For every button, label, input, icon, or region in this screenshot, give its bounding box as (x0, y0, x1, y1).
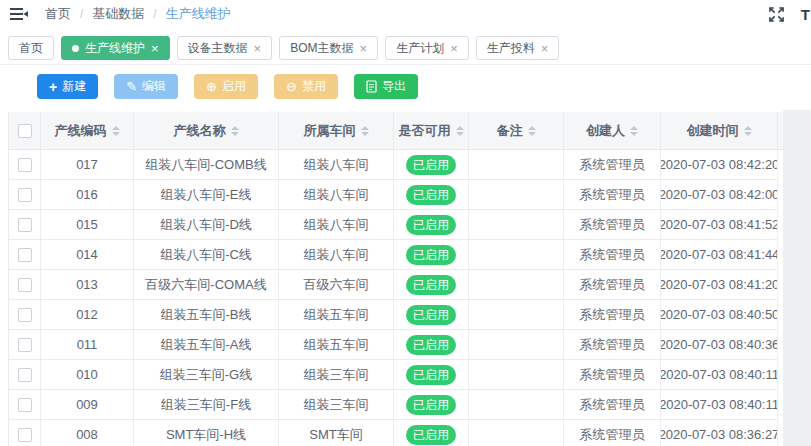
sort-icon[interactable] (528, 126, 536, 136)
tab-close-icon[interactable]: × (541, 42, 549, 55)
menu-collapse-icon[interactable] (10, 7, 28, 21)
tab-close-icon[interactable]: × (450, 42, 458, 55)
cell-enabled: 已启用 (394, 390, 469, 419)
sort-icon[interactable] (456, 126, 464, 136)
table-row[interactable]: 010 组装三车间-G线 组装三车间 已启用 系统管理员 2020-07-03 … (8, 360, 778, 390)
enable-button[interactable]: ⊕ 启用 (194, 74, 258, 99)
cell-creator: 系统管理员 (564, 150, 661, 179)
header-label: 创建时间 (687, 122, 739, 140)
tab-production-feeding[interactable]: 生产投料 × (476, 36, 560, 60)
cell-workshop: 组装三车间 (279, 360, 394, 389)
disable-button[interactable]: ⊖ 禁用 (274, 74, 338, 99)
new-button[interactable]: + 新建 (37, 74, 98, 99)
row-checkbox[interactable] (18, 338, 32, 352)
header-line-name[interactable]: 产线名称 (134, 112, 279, 149)
cell-enabled: 已启用 (394, 300, 469, 329)
status-badge: 已启用 (406, 185, 456, 205)
row-checkbox[interactable] (18, 308, 32, 322)
cell-remark (469, 420, 564, 446)
row-checkbox[interactable] (18, 368, 32, 382)
page-background-strip (783, 110, 811, 446)
header-line-code[interactable]: 产线编码 (41, 112, 134, 149)
table-row[interactable]: 014 组装八车间-C线 组装八车间 已启用 系统管理员 2020-07-03 … (8, 240, 778, 270)
cell-workshop: 百级六车间 (279, 270, 394, 299)
cell-created-time: 2020-07-03 08:40:11 (661, 390, 778, 419)
cell-workshop: 组装八车间 (279, 150, 394, 179)
header-created-time[interactable]: 创建时间 (661, 112, 778, 149)
row-checkbox[interactable] (18, 188, 32, 202)
sort-icon[interactable] (630, 126, 638, 136)
row-checkbox[interactable] (18, 278, 32, 292)
table-body: 017 组装八车间-COMB线 组装八车间 已启用 系统管理员 2020-07-… (8, 150, 783, 446)
status-badge: 已启用 (406, 275, 456, 295)
status-badge: 已启用 (406, 335, 456, 355)
table-row[interactable]: 008 SMT车间-H线 SMT车间 已启用 系统管理员 2020-07-03 … (8, 420, 778, 446)
breadcrumb-home[interactable]: 首页 (45, 5, 71, 23)
status-badge: 已启用 (406, 395, 456, 415)
header-creator[interactable]: 创建人 (564, 112, 661, 149)
row-checkbox[interactable] (18, 248, 32, 262)
cell-remark (469, 150, 564, 179)
cell-creator: 系统管理员 (564, 360, 661, 389)
sort-icon[interactable] (112, 126, 120, 136)
table-row[interactable]: 011 组装五车间-A线 组装五车间 已启用 系统管理员 2020-07-03 … (8, 330, 778, 360)
tab-production-line-maintenance[interactable]: 生产线维护 × (61, 36, 170, 60)
cell-line-name: 组装五车间-B线 (134, 300, 279, 329)
tab-label: 生产投料 (487, 40, 535, 57)
table-row[interactable]: 017 组装八车间-COMB线 组装八车间 已启用 系统管理员 2020-07-… (8, 150, 778, 180)
edit-button[interactable]: ✎ 编辑 (114, 74, 178, 99)
table-row[interactable]: 009 组装三车间-F线 组装三车间 已启用 系统管理员 2020-07-03 … (8, 390, 778, 420)
table-row[interactable]: 013 百级六车间-COMA线 百级六车间 已启用 系统管理员 2020-07-… (8, 270, 778, 300)
row-checkbox[interactable] (18, 218, 32, 232)
breadcrumb-base-data[interactable]: 基础数据 (92, 5, 144, 23)
tab-production-plan[interactable]: 生产计划 × (385, 36, 469, 60)
sort-icon[interactable] (361, 126, 369, 136)
tab-bom-master-data[interactable]: BOM主数据 × (279, 36, 378, 60)
tab-close-icon[interactable]: × (254, 42, 262, 55)
tab-close-icon[interactable]: × (360, 42, 368, 55)
cell-enabled: 已启用 (394, 420, 469, 446)
cell-created-time: 2020-07-03 08:41:52 (661, 210, 778, 239)
tab-label: 首页 (19, 40, 43, 57)
cell-workshop: SMT车间 (279, 420, 394, 446)
select-all-checkbox[interactable] (18, 124, 32, 138)
row-select-cell (9, 240, 41, 269)
cell-line-code: 008 (41, 420, 134, 446)
header-workshop[interactable]: 所属车间 (279, 112, 394, 149)
table-header-row: 产线编码 产线名称 所属车间 是否可用 备注 创建人 创建时间 (8, 112, 783, 150)
export-button[interactable]: 导出 (354, 74, 418, 99)
row-select-cell (9, 330, 41, 359)
tab-close-icon[interactable]: × (151, 42, 159, 55)
partial-right-text: T (801, 6, 810, 23)
fullscreen-icon[interactable] (769, 7, 784, 22)
cell-line-code: 011 (41, 330, 134, 359)
cell-line-code: 014 (41, 240, 134, 269)
header-label: 是否可用 (399, 122, 451, 140)
cell-remark (469, 210, 564, 239)
tab-equipment-master-data[interactable]: 设备主数据 × (177, 36, 273, 60)
cell-enabled: 已启用 (394, 330, 469, 359)
row-checkbox[interactable] (18, 158, 32, 172)
sort-icon[interactable] (231, 126, 239, 136)
header-select-all-cell (9, 112, 41, 149)
cell-creator: 系统管理员 (564, 300, 661, 329)
cell-remark (469, 270, 564, 299)
header-remark[interactable]: 备注 (469, 112, 564, 149)
header-label: 创建人 (586, 122, 625, 140)
header-enabled[interactable]: 是否可用 (394, 112, 469, 149)
tab-label: 生产线维护 (85, 40, 145, 57)
active-tab-dot-icon (72, 45, 79, 52)
row-checkbox[interactable] (18, 428, 32, 442)
row-select-cell (9, 300, 41, 329)
tab-home[interactable]: 首页 (8, 36, 54, 60)
cell-creator: 系统管理员 (564, 330, 661, 359)
table-row[interactable]: 012 组装五车间-B线 组装五车间 已启用 系统管理员 2020-07-03 … (8, 300, 778, 330)
status-badge: 已启用 (406, 365, 456, 385)
cell-workshop: 组装五车间 (279, 300, 394, 329)
row-checkbox[interactable] (18, 398, 32, 412)
table-row[interactable]: 015 组装八车间-D线 组装八车间 已启用 系统管理员 2020-07-03 … (8, 210, 778, 240)
sort-icon[interactable] (744, 126, 752, 136)
header-label: 所属车间 (304, 122, 356, 140)
table-row[interactable]: 016 组装八车间-E线 组装八车间 已启用 系统管理员 2020-07-03 … (8, 180, 778, 210)
disable-button-label: 禁用 (302, 78, 326, 95)
